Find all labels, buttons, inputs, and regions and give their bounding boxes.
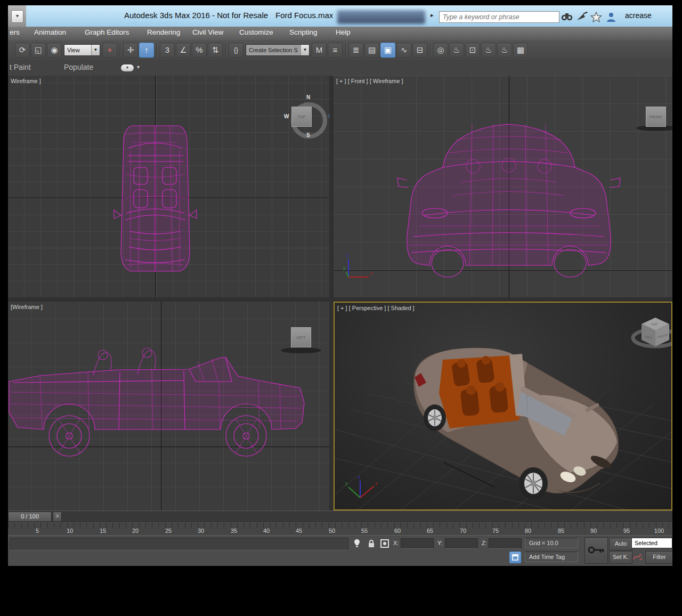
curve-editor-icon[interactable]: ∿ — [396, 43, 411, 58]
isolate-selection-icon[interactable] — [352, 538, 362, 549]
layer-manager-icon[interactable]: ≣ — [348, 43, 363, 58]
viewcube-top-face[interactable]: TOP — [291, 107, 312, 127]
reference-coordinate-system-dropdown[interactable]: View ▼ — [64, 44, 100, 56]
search-history-arrow-icon[interactable]: ▸ — [431, 12, 434, 19]
svg-text:x: x — [370, 271, 373, 276]
frame-tick: 60 — [394, 528, 401, 534]
viewport-front[interactable]: z y x FRONT [ + ] [ Front ] [ Wireframe … — [334, 76, 672, 297]
ribbon-tab-populate[interactable]: Populate — [64, 63, 93, 71]
frame-tick: 10 — [67, 528, 73, 534]
key-filter-dropdown[interactable]: Selected — [631, 538, 672, 548]
compass-south[interactable]: S — [306, 132, 310, 138]
scene-explorer-icon[interactable]: ▣ — [380, 43, 395, 58]
car-front-wireframe — [334, 76, 672, 297]
viewport-top-label[interactable]: Wireframe ] — [11, 78, 41, 84]
angle-snap-icon[interactable]: ∠ — [176, 43, 191, 58]
maxscript-mini-listener[interactable] — [10, 538, 348, 550]
ribbon-options-caret-icon[interactable]: ▾ — [137, 64, 140, 70]
menu-civil-view[interactable]: Civil View — [192, 28, 223, 36]
time-tag-window-icon[interactable] — [509, 552, 521, 563]
compass-east[interactable]: E — [329, 114, 329, 119]
viewport-left[interactable]: LEFT [Wireframe ] — [8, 302, 329, 510]
set-key-button[interactable]: Set K. — [609, 551, 632, 564]
viewport-left-label[interactable]: [Wireframe ] — [11, 304, 43, 310]
auto-key-button[interactable]: Auto — [609, 538, 632, 550]
compass-west[interactable]: W — [284, 114, 289, 119]
render-setup-icon[interactable]: ♨ — [449, 43, 464, 58]
spinner-snap-icon[interactable]: ⇅ — [208, 43, 223, 58]
viewcube-3d[interactable]: TOP LEFT FRONT — [631, 312, 672, 355]
viewcube-left-face[interactable]: LEFT — [291, 327, 311, 347]
toolbar-separator — [225, 44, 226, 56]
render-in-cloud-icon[interactable]: ♨ — [497, 43, 512, 58]
menu-customize[interactable]: Customize — [239, 28, 273, 36]
a360-gallery-icon[interactable]: ▦ — [513, 43, 528, 58]
menu-graph-editors[interactable]: Graph Editors — [85, 28, 129, 36]
menu-rendering[interactable]: Rendering — [147, 28, 180, 36]
absolute-offset-mode-icon[interactable] — [379, 538, 390, 549]
time-slider-handle[interactable]: 0 / 100 — [8, 512, 52, 522]
track-bar[interactable]: 5 10 15 20 25 30 35 40 45 50 55 60 65 70… — [8, 521, 672, 536]
edit-named-selection-sets-icon[interactable]: {} — [229, 43, 243, 58]
select-and-manipulate-icon[interactable]: ✛ — [123, 43, 138, 58]
time-slider-track[interactable]: 0 / 100 > — [8, 510, 672, 522]
viewport-front-label[interactable]: [ + ] [ Front ] [ Wireframe ] — [336, 78, 403, 84]
set-keys-button[interactable] — [584, 537, 608, 564]
frame-tick: 75 — [492, 528, 499, 534]
material-editor-icon[interactable]: ◎ — [433, 43, 448, 58]
viewcube-ring-edge — [281, 347, 321, 353]
mirror-icon[interactable]: M — [312, 43, 327, 58]
select-and-scale-icon[interactable]: ◱ — [31, 43, 46, 58]
ribbon-minimize-icon[interactable]: ▾ — [121, 64, 134, 71]
percent-snap-icon[interactable]: % — [192, 43, 207, 58]
schematic-view-icon[interactable]: ⊟ — [412, 43, 427, 58]
y-coordinate-label: Y: — [437, 540, 443, 546]
key-filters-button[interactable]: Filter — [645, 551, 672, 564]
y-coordinate-input[interactable] — [445, 538, 478, 549]
align-icon[interactable]: ≡ — [328, 43, 343, 58]
ribbon-tab-object-paint[interactable]: t Paint — [10, 63, 31, 71]
frame-tick: 90 — [590, 528, 597, 534]
grid-origin-line — [444, 463, 494, 487]
frame-tick: 80 — [525, 528, 531, 534]
default-in-out-tangent-icon[interactable] — [632, 552, 643, 562]
communication-center-icon[interactable] — [576, 12, 589, 21]
selection-lock-icon[interactable] — [366, 538, 377, 549]
signed-in-username[interactable]: acrease — [625, 11, 652, 20]
menu-scripting[interactable]: Scripting — [289, 28, 318, 36]
named-selection-set-dropdown[interactable]: Create Selection S ▼ — [246, 44, 310, 56]
viewport-top[interactable]: N E S W TOP Wireframe ] — [8, 76, 329, 297]
viewport-area: N E S W TOP Wireframe ] — [8, 76, 672, 510]
frame-tick: 25 — [165, 528, 172, 534]
render-production-icon[interactable]: ♨ — [481, 43, 496, 58]
select-and-rotate-icon[interactable]: ⟳ — [15, 43, 30, 58]
menu-animation[interactable]: Animation — [34, 28, 66, 36]
rendered-frame-window-icon[interactable]: ⊡ — [465, 43, 480, 58]
search-input[interactable] — [439, 11, 559, 23]
viewport-perspective-label[interactable]: [ + ] [ Perspective ] [ Shaded ] — [337, 305, 415, 311]
add-time-tag[interactable]: Add Time Tag — [525, 552, 578, 562]
toolbar-separator — [430, 44, 431, 56]
car-perspective-shaded — [335, 303, 672, 510]
frame-tick: 50 — [329, 528, 335, 534]
graphite-ribbon-icon[interactable]: ▤ — [364, 43, 379, 58]
compass-north[interactable]: N — [306, 94, 310, 100]
search-binoculars-icon[interactable] — [561, 12, 573, 21]
menu-help[interactable]: Help — [336, 28, 351, 36]
snaps-toggle-3d-icon[interactable]: 3 — [160, 43, 175, 58]
z-coordinate-input[interactable] — [489, 538, 522, 549]
keyboard-shortcut-override-icon[interactable]: ↑ — [139, 43, 154, 58]
rear-wheel — [424, 404, 446, 431]
use-pivot-point-center-icon[interactable]: ⌖ — [102, 43, 117, 58]
chevron-down-icon: ▼ — [91, 45, 100, 55]
select-and-place-icon[interactable]: ◉ — [47, 43, 62, 58]
z-coordinate-label: Z: — [482, 540, 487, 546]
menu-modifiers-cut[interactable]: ers — [10, 28, 20, 36]
x-coordinate-input[interactable] — [401, 538, 434, 549]
viewport-perspective[interactable]: z y x TOP LEFT FRONT [ + ] [ Perspective… — [334, 302, 672, 510]
sign-in-user-icon[interactable] — [606, 12, 619, 21]
favorites-star-icon[interactable] — [590, 12, 603, 21]
viewcube-front-face[interactable]: FRONT — [646, 107, 666, 127]
next-frame-button[interactable]: > — [53, 512, 62, 522]
quick-access-overflow-button[interactable]: ▾ — [11, 10, 23, 23]
